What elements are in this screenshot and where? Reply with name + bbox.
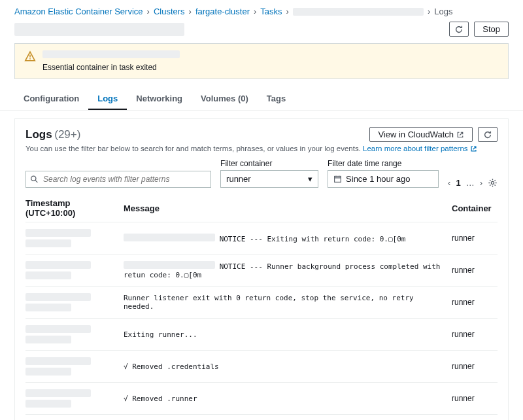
filter-date-label: Filter date time range bbox=[328, 159, 439, 168]
search-input[interactable] bbox=[25, 171, 211, 188]
table-row[interactable]: √ Removed .runnerrunner bbox=[25, 383, 498, 415]
timestamp-redacted bbox=[25, 400, 71, 408]
logs-table: Timestamp (UTC+10:00) Message Container … bbox=[25, 194, 498, 420]
breadcrumb-link[interactable]: Clusters bbox=[154, 7, 185, 16]
breadcrumb-link[interactable]: Tasks bbox=[260, 7, 282, 16]
refresh-icon bbox=[483, 130, 492, 139]
timestamp-redacted bbox=[25, 229, 91, 237]
calendar-icon bbox=[333, 175, 342, 183]
svg-point-1 bbox=[31, 176, 36, 181]
view-cloudwatch-button[interactable]: View in CloudWatch bbox=[369, 127, 473, 142]
pagination: ‹ 1 … › bbox=[448, 178, 498, 188]
logs-count: (29+) bbox=[54, 128, 80, 141]
refresh-logs-button[interactable] bbox=[478, 127, 498, 142]
chevron-right-icon: › bbox=[147, 7, 150, 16]
col-container[interactable]: Container bbox=[452, 194, 498, 222]
page-title-redacted bbox=[14, 23, 184, 36]
message-prefix-redacted bbox=[124, 261, 215, 269]
log-container: runner bbox=[452, 415, 498, 421]
timestamp-redacted bbox=[25, 336, 71, 343]
alert-title-redacted bbox=[42, 50, 180, 58]
settings-button[interactable] bbox=[488, 178, 498, 188]
filter-container-select[interactable]: runner ▾ bbox=[220, 170, 318, 188]
header-bar: Stop bbox=[0, 20, 523, 43]
log-container: runner bbox=[452, 222, 498, 254]
table-row[interactable]: NOTICE --- Exiting with return code: 0.▢… bbox=[25, 222, 498, 254]
page-next-button[interactable]: › bbox=[480, 178, 482, 188]
log-container: runner bbox=[452, 287, 498, 319]
page-ellipsis: … bbox=[466, 178, 475, 188]
refresh-button[interactable] bbox=[449, 22, 469, 37]
filter-date-value: Since 1 hour ago bbox=[346, 174, 410, 184]
filter-container-value: runner bbox=[226, 174, 251, 184]
col-message[interactable]: Message bbox=[124, 194, 452, 222]
log-message: NOTICE --- Exiting with return code: 0.▢… bbox=[220, 235, 406, 243]
chevron-right-icon: › bbox=[286, 7, 289, 16]
logs-title: Logs bbox=[25, 128, 52, 141]
tab-logs[interactable]: Logs bbox=[88, 88, 127, 110]
search-group bbox=[25, 171, 211, 188]
external-link-icon bbox=[470, 145, 477, 152]
log-message: Exiting runner... bbox=[124, 330, 197, 339]
breadcrumb: Amazon Elastic Container Service› Cluste… bbox=[0, 0, 523, 20]
breadcrumb-current: Logs bbox=[434, 7, 452, 16]
tab-volumes[interactable]: Volumes (0) bbox=[192, 88, 258, 110]
tab-networking[interactable]: Networking bbox=[127, 88, 192, 110]
alert-subtext: Essential container in task exited bbox=[42, 63, 180, 72]
external-link-icon bbox=[456, 131, 464, 139]
logs-panel: Logs (29+) View in CloudWatch You can us… bbox=[14, 118, 509, 420]
breadcrumb-link[interactable]: fargate-cluster bbox=[195, 7, 250, 16]
timestamp-redacted bbox=[25, 389, 91, 397]
filter-date-select[interactable]: Since 1 hour ago bbox=[328, 170, 439, 188]
timestamp-redacted bbox=[25, 325, 91, 333]
warning-icon bbox=[24, 50, 36, 72]
log-message: √ Removed .credentials bbox=[124, 362, 219, 371]
svg-rect-2 bbox=[335, 176, 341, 182]
timestamp-redacted bbox=[25, 357, 91, 365]
table-row[interactable]: Runner listener exit with 0 return code,… bbox=[25, 287, 498, 319]
page-prev-button[interactable]: ‹ bbox=[448, 178, 450, 188]
table-row[interactable]: Job run-it (1) completed with result: Su… bbox=[25, 415, 498, 421]
breadcrumb-redacted bbox=[293, 8, 424, 16]
log-message: √ Removed .runner bbox=[124, 394, 197, 403]
breadcrumb-link[interactable]: Amazon Elastic Container Service bbox=[14, 7, 143, 16]
table-row[interactable]: NOTICE --- Runner background process com… bbox=[25, 254, 498, 287]
timestamp-redacted bbox=[25, 239, 71, 247]
stop-button[interactable]: Stop bbox=[474, 22, 509, 37]
page-number: 1 bbox=[456, 178, 460, 188]
timestamp-redacted bbox=[25, 271, 71, 279]
logs-help-text: You can use the filter bar below to sear… bbox=[25, 145, 498, 152]
chevron-right-icon: › bbox=[189, 7, 192, 16]
tab-configuration[interactable]: Configuration bbox=[14, 88, 88, 110]
search-icon bbox=[30, 175, 39, 184]
tab-tags[interactable]: Tags bbox=[258, 88, 295, 110]
chevron-right-icon: › bbox=[428, 7, 430, 16]
svg-point-0 bbox=[29, 58, 31, 60]
caret-down-icon: ▾ bbox=[308, 174, 312, 184]
log-container: runner bbox=[452, 254, 498, 287]
gear-icon bbox=[488, 178, 498, 188]
table-row[interactable]: √ Removed .credentialsrunner bbox=[25, 351, 498, 383]
filter-container-label: Filter container bbox=[220, 159, 318, 168]
chevron-right-icon: › bbox=[254, 7, 256, 16]
timestamp-redacted bbox=[25, 304, 71, 311]
log-container: runner bbox=[452, 383, 498, 415]
view-cloudwatch-label: View in CloudWatch bbox=[378, 130, 454, 139]
alert-banner: Essential container in task exited bbox=[14, 43, 509, 79]
message-prefix-redacted bbox=[124, 234, 215, 241]
svg-point-3 bbox=[491, 181, 494, 184]
timestamp-redacted bbox=[25, 293, 91, 301]
table-row[interactable]: Exiting runner...runner bbox=[25, 319, 498, 351]
timestamp-redacted bbox=[25, 261, 91, 269]
log-container: runner bbox=[452, 319, 498, 351]
tabs: Configuration Logs Networking Volumes (0… bbox=[0, 88, 523, 111]
col-timestamp[interactable]: Timestamp (UTC+10:00) bbox=[25, 194, 124, 222]
filter-patterns-link[interactable]: Learn more about filter patterns bbox=[363, 145, 477, 152]
filter-row: Filter container runner ▾ Filter date ti… bbox=[25, 159, 498, 188]
log-message: Runner listener exit with 0 return code,… bbox=[124, 294, 414, 311]
log-container: runner bbox=[452, 351, 498, 383]
timestamp-redacted bbox=[25, 368, 71, 376]
refresh-icon bbox=[454, 25, 464, 34]
